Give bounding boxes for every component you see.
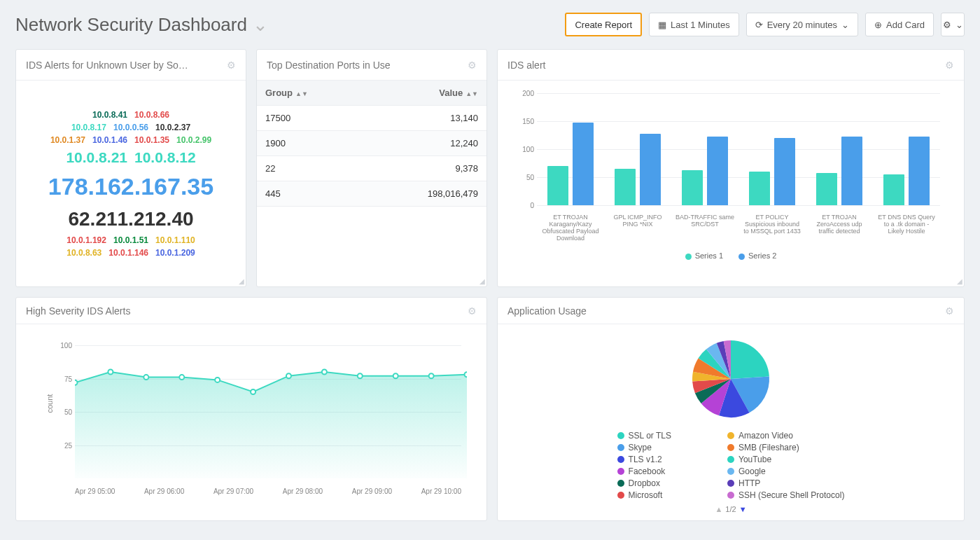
wordcloud-ip[interactable]: 10.0.1.192 [66,234,106,247]
page-title[interactable]: Network Security Dashboard ⌄ [15,14,565,36]
data-point[interactable] [108,370,113,375]
wordcloud-ip[interactable]: 10.0.1.35 [134,134,169,146]
gear-icon: ⚙ [943,20,951,30]
settings-button[interactable]: ⚙ ⌄ [941,13,965,36]
create-report-button[interactable]: Create Report [565,13,642,36]
data-point[interactable] [286,373,291,378]
legend-pager[interactable]: ▲ 1/2 ▼ [715,505,746,513]
wordcloud-ip[interactable]: 10.0.1.110 [155,234,195,247]
wordcloud-ip[interactable]: 10.0.8.12 [134,146,196,169]
data-point[interactable] [322,370,327,375]
wordcloud-ip[interactable]: 10.0.8.17 [71,121,106,134]
legend-item[interactable]: Skype [617,443,671,452]
wordcloud-ip[interactable]: 10.0.8.21 [66,146,127,169]
application-usage-pie-chart [689,337,773,421]
page-title-text: Network Security Dashboard [15,14,247,36]
bar[interactable] [573,123,594,205]
wordcloud-ip[interactable]: 10.0.2.37 [155,121,190,134]
pie-slice[interactable] [731,340,769,379]
clock-icon: ⟳ [755,20,763,30]
wordcloud-ip[interactable]: 10.0.8.66 [134,109,169,121]
column-header-group[interactable]: Group▲▼ [257,81,365,106]
legend-item[interactable]: TLS v1.2 [617,455,671,464]
pie-legend: SSL or TLSSkypeTLS v1.2FacebookDropboxMi… [617,431,845,502]
data-point[interactable] [358,373,363,378]
data-point[interactable] [144,375,148,380]
wordcloud-ip[interactable]: 10.0.2.99 [176,134,211,146]
legend-item[interactable]: Dropbox [617,478,671,488]
legend-item[interactable]: SSH (Secure Shell Protocol) [727,490,844,500]
wordcloud-ip[interactable]: 10.0.1.46 [92,134,127,146]
table-row[interactable]: 445198,016,479 [257,181,486,207]
wordcloud-ip[interactable]: 10.0.1.37 [50,134,85,146]
y-axis-label: count [46,394,54,413]
resize-handle[interactable]: ◢ [957,277,962,285]
wordcloud-ip[interactable]: 10.0.1.209 [155,247,195,259]
data-point[interactable] [179,375,184,380]
high-severity-area-chart: 255075100countApr 29 05:00Apr 29 06:00Ap… [26,331,477,513]
wordcloud-ip[interactable]: 10.0.8.41 [92,109,127,121]
gear-icon[interactable]: ⚙ [468,305,477,317]
bar[interactable] [615,169,636,205]
wordcloud-ip[interactable]: 178.162.167.35 [48,169,214,205]
bar[interactable] [909,137,930,205]
gear-icon[interactable]: ⚙ [945,60,954,71]
gear-icon[interactable]: ⚙ [468,60,477,71]
ports-table: Group▲▼ Value▲▼ 1750013,140190012,240229… [257,81,486,207]
timerange-button[interactable]: ▦ Last 1 Minutes [649,13,739,36]
bar[interactable] [816,173,837,205]
data-point[interactable] [393,373,398,378]
data-point[interactable] [251,389,255,394]
bar[interactable] [774,138,795,205]
card-application-usage-pie: Application Usage ⚙ SSL or TLSSkypeTLS v… [497,297,965,521]
card-title: High Severity IDS Alerts [26,305,468,317]
legend-item[interactable]: Series 1 [685,251,723,260]
legend-item[interactable]: HTTP [727,478,844,488]
bar[interactable] [749,172,770,205]
gear-icon[interactable]: ⚙ [227,60,236,71]
card-title: IDS Alerts for Unknown User by So… [26,60,227,71]
legend-item[interactable]: YouTube [727,455,844,464]
wordcloud-ip[interactable]: 10.0.8.63 [66,247,102,259]
wordcloud-ip[interactable]: 10.0.0.56 [113,121,148,134]
data-point[interactable] [75,380,78,385]
data-point[interactable] [429,373,434,378]
table-row[interactable]: 190012,240 [257,131,486,156]
wordcloud-ip[interactable]: 62.211.212.40 [68,205,193,234]
gear-icon[interactable]: ⚙ [945,305,954,317]
column-header-value[interactable]: Value▲▼ [365,81,486,106]
triangle-down-icon[interactable]: ▼ [739,505,747,513]
bar[interactable] [841,137,862,205]
legend-item[interactable]: Series 2 [738,251,776,260]
card-ids-alert-bar: IDS alert ⚙ 050100150200ET TROJAN Karaga… [497,49,965,287]
data-point[interactable] [465,372,468,377]
legend-item[interactable]: SMB (Fileshare) [727,443,844,452]
table-row[interactable]: 229,378 [257,156,486,181]
resize-handle[interactable]: ◢ [239,277,244,285]
table-row[interactable]: 1750013,140 [257,106,486,131]
bar[interactable] [682,170,703,205]
chevron-down-icon: ⌄ [955,20,963,30]
bar[interactable] [547,166,568,205]
card-title: IDS alert [507,60,945,71]
bar[interactable] [883,174,904,205]
refresh-interval-button[interactable]: ⟳ Every 20 minutes ⌄ [746,13,858,36]
legend-item[interactable]: Google [727,466,844,476]
wordcloud-ip[interactable]: 10.0.1.51 [113,234,148,247]
card-title: Top Destination Ports in Use [267,60,468,71]
legend-item[interactable]: Amazon Video [727,431,844,441]
wordcloud: 10.0.8.4110.0.8.6610.0.8.1710.0.0.5610.0… [26,88,236,259]
card-high-severity-area: High Severity IDS Alerts ⚙ 255075100coun… [15,297,487,521]
bar[interactable] [640,134,661,205]
wordcloud-ip[interactable]: 10.0.1.146 [108,247,148,259]
legend-item[interactable]: Microsoft [617,490,671,500]
legend-item[interactable]: SSL or TLS [617,431,671,441]
data-point[interactable] [215,378,220,382]
bar[interactable] [707,137,728,205]
sort-icon: ▲▼ [295,90,308,97]
resize-handle[interactable]: ◢ [479,277,485,285]
calendar-icon: ▦ [658,20,666,30]
add-card-button[interactable]: ⊕ Add Card [865,13,934,36]
legend-item[interactable]: Facebook [617,466,671,476]
pie-wrap: SSL or TLSSkypeTLS v1.2FacebookDropboxMi… [507,331,954,513]
